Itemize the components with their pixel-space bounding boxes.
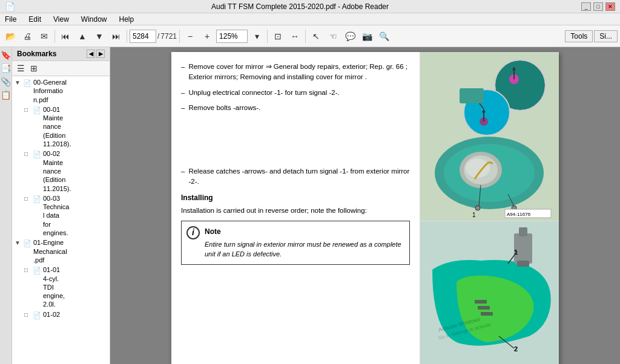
bookmarks-expand-all[interactable]: ⊞ (28, 62, 40, 74)
pdf-page: – Remove cover for mirror ⇒ General body… (171, 52, 559, 364)
layers-icon[interactable]: 📋 (1, 89, 12, 100)
zoom-out-button[interactable]: − (182, 28, 198, 44)
install-text: Installation is carried out in reverse o… (181, 206, 410, 216)
toolbar: 📂 🖨 ✉ ⏮ ▲ ▼ ⏭ / 7721 − + ▾ ⊡ ↔ ↖ ☜ 💬 📷 🔍… (0, 25, 620, 47)
pdf-viewer[interactable]: – Remove cover for mirror ⇒ General body… (110, 47, 620, 364)
toolbar-separator-5 (305, 30, 306, 43)
zoom-dropdown-button[interactable]: ▾ (249, 28, 265, 44)
minimize-button[interactable]: _ (581, 2, 591, 11)
file-icon-01-engine: 📄 (23, 239, 31, 247)
menu-window[interactable]: Window (79, 14, 110, 25)
pdf-images-panel: 1 2 (420, 52, 559, 364)
file-icon-00-03: 📄 (33, 195, 41, 203)
image-1-svg: 1 2 (420, 52, 559, 221)
menu-file[interactable]: File (2, 14, 19, 25)
tree-item-00-general[interactable]: ▼ 📄 00-GeneralInformation.pdf (12, 77, 110, 105)
next-page-button[interactable]: ▼ (91, 28, 107, 44)
expand-icon-00-02: □ (24, 150, 31, 158)
expand-icon-00-general: ▼ (15, 79, 22, 86)
img2-label-2: 2 (514, 345, 518, 353)
tree-item-00-02[interactable]: □ 📄 00-02Maintenance(Edition11.2015). (12, 149, 110, 193)
sign-button[interactable]: Si... (594, 30, 618, 42)
bullet-text-1: Remove cover for mirror ⇒ General body r… (188, 62, 410, 83)
svg-rect-26 (475, 300, 487, 304)
main-area: 🔖 📑 📎 📋 Bookmarks ◀ ▶ ☰ ⊞ ▼ 📄 00-General… (0, 47, 620, 364)
bullet-text-4: Release catches -arrows- and detach turn… (188, 166, 410, 187)
image1-label: A94-11676 (507, 212, 531, 217)
tools-button[interactable]: Tools (565, 30, 593, 42)
file-icon-01-01: 📄 (33, 266, 41, 275)
expand-icon-01-02: □ (24, 311, 31, 319)
bookmarks-header: Bookmarks ◀ ▶ (12, 47, 110, 61)
fit-page-button[interactable]: ⊡ (270, 28, 286, 44)
svg-rect-25 (517, 261, 529, 267)
sidebar-expand-button[interactable]: ▶ (96, 50, 105, 58)
title-bar: 📄 Audi TT FSM Complete 2015-2020.pdf - A… (0, 0, 620, 13)
select-button[interactable]: ↖ (308, 28, 324, 44)
tree-label-01-engine: 01-EngineMechanical.pdf (33, 238, 67, 264)
bullet-item-4: – Release catches -arrows- and detach tu… (181, 166, 410, 187)
last-page-button[interactable]: ⏭ (108, 28, 124, 44)
expand-icon-01-engine: ▼ (15, 239, 22, 247)
bullet-text-2: Unplug electrical connector -1- for turn… (188, 88, 339, 98)
svg-rect-18 (460, 88, 484, 103)
bookmarks-panel-icon[interactable]: 🔖 (1, 50, 12, 60)
file-icon-00-general: 📄 (23, 79, 31, 87)
bullet-dash-4: – (181, 166, 185, 177)
bullet-dash-1: – (181, 62, 185, 72)
file-icon-00-01: 📄 (33, 106, 41, 114)
tree-label-01-02: 01-02 (43, 310, 60, 319)
tree-item-01-01[interactable]: □ 📄 01-014-cyl.TDIengine,2.0l. (12, 265, 110, 309)
prev-page-button[interactable]: ▲ (74, 28, 90, 44)
email-button[interactable]: ✉ (36, 28, 52, 44)
menu-edit[interactable]: Edit (26, 14, 44, 25)
pdf-content-area: – Remove cover for mirror ⇒ General body… (171, 52, 559, 364)
close-button[interactable]: ✕ (605, 2, 615, 11)
svg-rect-27 (478, 306, 490, 310)
toolbar-separator-4 (267, 30, 268, 43)
bookmarks-options-button[interactable]: ☰ (15, 62, 27, 74)
tree-item-01-02[interactable]: □ 📄 01-02 (12, 310, 110, 320)
sidebar-collapse-button[interactable]: ◀ (87, 50, 95, 58)
bullet-text-3: Remove bolts -arrows-. (188, 103, 260, 113)
find-button[interactable]: 🔍 (376, 28, 392, 44)
attachments-icon[interactable]: 📎 (1, 76, 12, 87)
print-button[interactable]: 🖨 (19, 28, 35, 44)
fit-width-button[interactable]: ↔ (287, 28, 303, 44)
comment-button[interactable]: 💬 (342, 28, 358, 44)
bullet-item-3: – Remove bolts -arrows-. (181, 103, 410, 113)
page-number-input[interactable] (130, 30, 156, 43)
menu-view[interactable]: View (51, 14, 71, 25)
tree-item-01-engine[interactable]: ▼ 📄 01-EngineMechanical.pdf (12, 238, 110, 265)
pages-panel-icon[interactable]: 📑 (1, 63, 12, 74)
bullet-item-1: – Remove cover for mirror ⇒ General body… (181, 62, 410, 83)
zoom-in-button[interactable]: + (199, 28, 215, 44)
toolbar-separator-1 (54, 30, 55, 43)
tree-item-00-03[interactable]: □ 📄 00-03Technical dataforengines. (12, 193, 110, 238)
window-title: Audi TT FSM Complete 2015-2020.pdf - Ado… (19, 2, 581, 11)
svg-rect-24 (519, 227, 527, 236)
toolbar-separator-2 (127, 30, 127, 43)
snapshot-button[interactable]: 📷 (359, 28, 375, 44)
note-box: i Note Entire turn signal in exterior mi… (181, 221, 410, 265)
bullet-dash-3: – (181, 103, 185, 113)
bookmarks-tree: ▼ 📄 00-GeneralInformation.pdf □ 📄 00-01M… (12, 76, 110, 364)
tree-label-01-01: 01-014-cyl.TDIengine,2.0l. (43, 265, 65, 308)
bookmarks-title: Bookmarks (17, 50, 56, 58)
side-panel-icons: 🔖 📑 📎 📋 (0, 47, 12, 364)
pdf-text-area: – Remove cover for mirror ⇒ General body… (171, 52, 420, 364)
tree-item-00-01[interactable]: □ 📄 00-01Maintenance(Edition11.2018). (12, 105, 110, 149)
open-button[interactable]: 📂 (2, 28, 18, 44)
menu-help[interactable]: Help (117, 14, 137, 25)
image-2: 1 2 Activate Windows Go to Settings to a… (420, 221, 559, 364)
maximize-button[interactable]: □ (593, 2, 603, 11)
tree-label-00-03: 00-03Technical dataforengines. (43, 194, 69, 237)
bookmarks-toolbar: ☰ ⊞ (12, 61, 110, 76)
tree-label-00-01: 00-01Maintenance(Edition11.2018). (43, 105, 71, 148)
zoom-input[interactable] (216, 30, 248, 43)
first-page-button[interactable]: ⏮ (58, 28, 73, 44)
hand-button[interactable]: ☜ (325, 28, 341, 44)
bullet-dash-2: – (181, 88, 185, 98)
app-icon: 📄 (5, 2, 15, 11)
image-2-svg: 1 2 Activate Windows Go to Settings to a… (420, 221, 559, 364)
